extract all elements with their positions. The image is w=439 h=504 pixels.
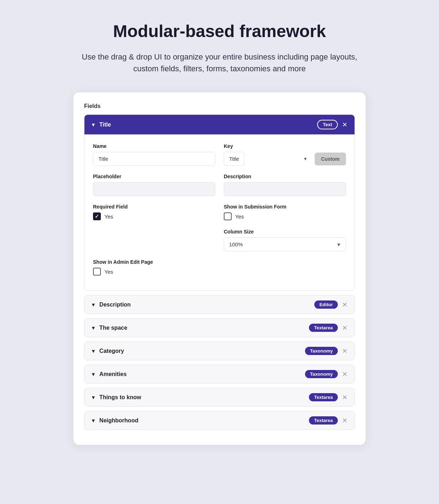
description-col: Description [224,174,346,196]
field-badge-3: Taxonomy [305,370,338,378]
name-col: Name [93,143,215,166]
column-size-select[interactable]: 100% 50% 33% 25% [224,237,346,251]
page-subtitle: Use the drag & drop UI to organize your … [81,51,358,74]
field-badge-1: Textarea [309,324,338,332]
chevron-right-icon: ▼ [91,325,96,331]
field-close-button-1[interactable]: ✕ [341,325,348,331]
key-col: Key Title Custom [224,143,346,166]
show-admin-checkbox-row: Yes [93,268,215,276]
main-card: Fields ▼ Title Text ✕ Name Key [73,92,366,445]
field-title-body: Name Key Title Custom [84,134,355,290]
field-neighborhood: ▼ Neighborhood Textarea ✕ [84,411,355,430]
placeholder-label: Placeholder [93,174,215,179]
show-admin-checkbox[interactable] [93,268,101,276]
description-input[interactable] [224,182,346,196]
show-submission-label: Show in Submission Form [224,204,346,210]
show-submission-yes-label: Yes [235,214,244,220]
field-header-3[interactable]: ▼ Amenities Taxonomy ✕ [84,365,355,383]
show-submission-checkbox-row: Yes [224,212,346,220]
field-title-badge: Text [317,120,338,129]
field-badge-4: Textarea [309,393,338,401]
required-col: Required Field Yes [93,204,215,251]
field-name-3: Amenities [99,371,126,377]
name-input[interactable] [93,152,215,166]
required-label: Required Field [93,204,215,210]
key-input-row: Title Custom [224,152,346,166]
custom-button[interactable]: Custom [315,153,346,165]
field-badge-0: Editor [314,300,338,309]
other-fields-container: ▼ Description Editor ✕ ▼ The space Texta… [84,295,355,430]
chevron-right-icon: ▼ [91,302,96,308]
field-close-button-3[interactable]: ✕ [341,371,348,377]
field-header-4[interactable]: ▼ Things to know Textarea ✕ [84,388,355,406]
field-name-0: Description [99,302,131,308]
key-label: Key [224,143,346,149]
field-close-button-0[interactable]: ✕ [341,302,348,308]
field-name-4: Things to know [99,394,141,401]
field-the-space: ▼ The space Textarea ✕ [84,318,355,337]
field-close-button-5[interactable]: ✕ [341,417,348,424]
field-things-to-know: ▼ Things to know Textarea ✕ [84,388,355,407]
required-checkbox[interactable] [93,212,101,220]
field-title-header[interactable]: ▼ Title Text ✕ [84,115,355,134]
field-close-button-2[interactable]: ✕ [341,348,348,354]
page-title: Modular-based framework [113,21,326,41]
placeholder-col: Placeholder [93,174,215,196]
field-badge-5: Textarea [309,416,338,425]
show-admin-col: Show in Admin Edit Page Yes [93,259,215,276]
show-admin-yes-label: Yes [104,269,113,275]
field-close-button-4[interactable]: ✕ [341,394,348,401]
required-yes-label: Yes [104,214,113,220]
show-admin-row: Show in Admin Edit Page Yes [93,259,346,276]
field-title-header-left: ▼ Title [91,122,111,128]
show-admin-label: Show in Admin Edit Page [93,259,215,265]
chevron-down-icon: ▼ [91,122,96,128]
field-amenities: ▼ Amenities Taxonomy ✕ [84,365,355,384]
column-size-select-wrap: 100% 50% 33% 25% [224,237,346,251]
field-header-1[interactable]: ▼ The space Textarea ✕ [84,319,355,337]
admin-spacer [224,259,346,276]
field-title-header-right: Text ✕ [317,120,348,129]
column-size-label: Column Size [224,229,346,235]
field-title: ▼ Title Text ✕ Name Key [84,114,355,291]
name-key-row: Name Key Title Custom [93,143,346,166]
key-select-wrap: Title [224,152,312,166]
required-checkbox-row: Yes [93,212,215,220]
field-header-0[interactable]: ▼ Description Editor ✕ [84,295,355,314]
placeholder-description-row: Placeholder Description [93,174,346,196]
field-badge-2: Taxonomy [305,347,338,355]
description-label: Description [224,174,346,179]
show-submission-checkbox[interactable] [224,212,232,220]
chevron-right-icon: ▼ [91,371,96,377]
field-description: ▼ Description Editor ✕ [84,295,355,314]
key-select[interactable]: Title [224,152,244,166]
chevron-right-icon: ▼ [91,395,96,400]
field-name-1: The space [99,325,127,331]
chevron-right-icon: ▼ [91,348,96,354]
name-label: Name [93,143,215,149]
field-name-5: Neighborhood [99,417,138,424]
field-name-2: Category [99,348,124,354]
chevron-right-icon: ▼ [91,418,96,423]
show-submission-col: Show in Submission Form Yes Column Size … [224,204,346,251]
placeholder-input[interactable] [93,182,215,196]
field-title-name: Title [99,122,111,128]
field-header-2[interactable]: ▼ Category Taxonomy ✕ [84,342,355,360]
fields-label: Fields [84,103,355,109]
field-category: ▼ Category Taxonomy ✕ [84,341,355,360]
field-title-close-button[interactable]: ✕ [341,122,348,128]
field-header-5[interactable]: ▼ Neighborhood Textarea ✕ [84,411,355,430]
required-submission-row: Required Field Yes Show in Submission Fo… [93,204,346,251]
